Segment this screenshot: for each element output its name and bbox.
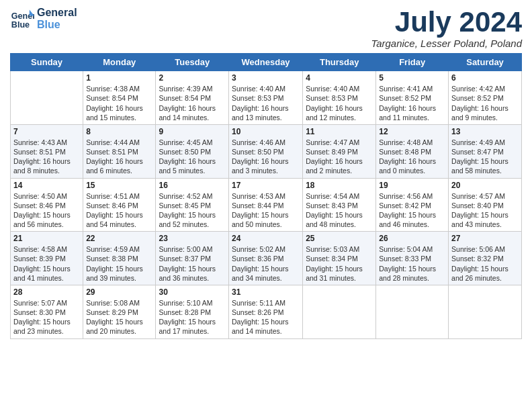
- calendar-cell: 27Sunrise: 5:06 AM Sunset: 8:32 PM Dayli…: [449, 232, 522, 285]
- day-info: Sunrise: 4:44 AM Sunset: 8:51 PM Dayligh…: [86, 138, 152, 176]
- day-info: Sunrise: 4:41 AM Sunset: 8:52 PM Dayligh…: [379, 84, 445, 122]
- day-number: 5: [379, 73, 445, 83]
- day-info: Sunrise: 5:08 AM Sunset: 8:29 PM Dayligh…: [86, 298, 152, 336]
- calendar-cell: 29Sunrise: 5:08 AM Sunset: 8:29 PM Dayli…: [83, 285, 156, 338]
- calendar-cell: 15Sunrise: 4:51 AM Sunset: 8:46 PM Dayli…: [83, 178, 156, 232]
- weekday-monday: Monday: [83, 54, 156, 71]
- day-info: Sunrise: 4:56 AM Sunset: 8:42 PM Dayligh…: [379, 191, 445, 230]
- calendar-cell: 25Sunrise: 5:03 AM Sunset: 8:34 PM Dayli…: [303, 232, 376, 285]
- calendar-cell: 14Sunrise: 4:50 AM Sunset: 8:46 PM Dayli…: [11, 178, 83, 232]
- calendar-cell: 4Sunrise: 4:40 AM Sunset: 8:53 PM Daylig…: [303, 71, 376, 125]
- calendar-cell: 5Sunrise: 4:41 AM Sunset: 8:52 PM Daylig…: [376, 71, 449, 125]
- calendar-cell: 23Sunrise: 5:00 AM Sunset: 8:37 PM Dayli…: [156, 232, 229, 285]
- calendar-cell: 17Sunrise: 4:53 AM Sunset: 8:44 PM Dayli…: [228, 178, 302, 232]
- day-info: Sunrise: 4:50 AM Sunset: 8:46 PM Dayligh…: [13, 191, 80, 230]
- calendar-cell: 19Sunrise: 4:56 AM Sunset: 8:42 PM Dayli…: [376, 178, 449, 232]
- day-number: 8: [86, 127, 152, 136]
- day-number: 22: [86, 234, 152, 243]
- day-info: Sunrise: 4:46 AM Sunset: 8:50 PM Dayligh…: [232, 138, 300, 176]
- calendar-cell: 6Sunrise: 4:42 AM Sunset: 8:52 PM Daylig…: [449, 71, 522, 125]
- day-number: 21: [13, 234, 80, 243]
- day-info: Sunrise: 4:47 AM Sunset: 8:49 PM Dayligh…: [306, 138, 373, 176]
- day-info: Sunrise: 4:58 AM Sunset: 8:39 PM Dayligh…: [13, 244, 80, 283]
- logo-text-blue: Blue: [37, 19, 77, 31]
- calendar-cell: 24Sunrise: 5:02 AM Sunset: 8:36 PM Dayli…: [228, 232, 302, 285]
- day-number: 11: [306, 127, 373, 136]
- weekday-friday: Friday: [376, 54, 449, 71]
- calendar-cell: 13Sunrise: 4:49 AM Sunset: 8:47 PM Dayli…: [449, 124, 522, 178]
- day-info: Sunrise: 4:40 AM Sunset: 8:53 PM Dayligh…: [306, 84, 373, 122]
- page-header: General Blue General Blue July 2024 Targ…: [10, 7, 522, 49]
- day-info: Sunrise: 4:38 AM Sunset: 8:54 PM Dayligh…: [86, 84, 152, 122]
- weekday-tuesday: Tuesday: [156, 54, 229, 71]
- day-info: Sunrise: 4:45 AM Sunset: 8:50 PM Dayligh…: [159, 138, 226, 176]
- day-number: 14: [13, 181, 80, 190]
- calendar-cell: 28Sunrise: 5:07 AM Sunset: 8:30 PM Dayli…: [11, 285, 83, 338]
- day-info: Sunrise: 5:02 AM Sunset: 8:36 PM Dayligh…: [232, 244, 300, 283]
- calendar-cell: 8Sunrise: 4:44 AM Sunset: 8:51 PM Daylig…: [83, 124, 156, 178]
- day-number: 7: [13, 127, 80, 136]
- day-info: Sunrise: 4:59 AM Sunset: 8:38 PM Dayligh…: [86, 244, 152, 283]
- day-info: Sunrise: 5:00 AM Sunset: 8:37 PM Dayligh…: [159, 244, 226, 283]
- day-number: 19: [379, 181, 445, 190]
- svg-text:Blue: Blue: [11, 20, 30, 30]
- day-info: Sunrise: 5:06 AM Sunset: 8:32 PM Dayligh…: [451, 244, 519, 283]
- calendar-week-1: 1Sunrise: 4:38 AM Sunset: 8:54 PM Daylig…: [11, 71, 522, 125]
- day-info: Sunrise: 4:42 AM Sunset: 8:52 PM Dayligh…: [451, 84, 519, 122]
- calendar-cell: [449, 285, 522, 338]
- day-info: Sunrise: 5:04 AM Sunset: 8:33 PM Dayligh…: [379, 244, 445, 283]
- calendar-cell: [11, 71, 83, 125]
- day-number: 27: [451, 234, 519, 243]
- weekday-wednesday: Wednesday: [228, 54, 302, 71]
- day-number: 31: [232, 287, 300, 297]
- day-number: 17: [232, 181, 300, 190]
- day-info: Sunrise: 4:57 AM Sunset: 8:40 PM Dayligh…: [451, 191, 519, 230]
- calendar-cell: 2Sunrise: 4:39 AM Sunset: 8:54 PM Daylig…: [156, 71, 229, 125]
- day-info: Sunrise: 4:43 AM Sunset: 8:51 PM Dayligh…: [13, 138, 80, 176]
- day-number: 18: [306, 181, 373, 190]
- calendar-cell: 1Sunrise: 4:38 AM Sunset: 8:54 PM Daylig…: [83, 71, 156, 125]
- weekday-saturday: Saturday: [449, 54, 522, 71]
- day-number: 20: [451, 181, 519, 190]
- day-info: Sunrise: 4:49 AM Sunset: 8:47 PM Dayligh…: [451, 138, 519, 176]
- calendar-cell: 22Sunrise: 4:59 AM Sunset: 8:38 PM Dayli…: [83, 232, 156, 285]
- calendar-cell: 7Sunrise: 4:43 AM Sunset: 8:51 PM Daylig…: [11, 124, 83, 178]
- weekday-header-row: SundayMondayTuesdayWednesdayThursdayFrid…: [11, 54, 522, 71]
- day-info: Sunrise: 4:48 AM Sunset: 8:48 PM Dayligh…: [379, 138, 445, 176]
- location: Targanice, Lesser Poland, Poland: [371, 38, 522, 49]
- calendar-cell: 3Sunrise: 4:40 AM Sunset: 8:53 PM Daylig…: [228, 71, 302, 125]
- logo: General Blue General Blue: [10, 7, 77, 31]
- day-number: 24: [232, 234, 300, 243]
- day-number: 26: [379, 234, 445, 243]
- day-number: 2: [159, 73, 226, 83]
- day-info: Sunrise: 4:51 AM Sunset: 8:46 PM Dayligh…: [86, 191, 152, 230]
- calendar-cell: 30Sunrise: 5:10 AM Sunset: 8:28 PM Dayli…: [156, 285, 229, 338]
- day-info: Sunrise: 4:53 AM Sunset: 8:44 PM Dayligh…: [232, 191, 300, 230]
- calendar-cell: 16Sunrise: 4:52 AM Sunset: 8:45 PM Dayli…: [156, 178, 229, 232]
- calendar-cell: 11Sunrise: 4:47 AM Sunset: 8:49 PM Dayli…: [303, 124, 376, 178]
- day-info: Sunrise: 5:10 AM Sunset: 8:28 PM Dayligh…: [159, 298, 226, 336]
- day-number: 30: [159, 287, 226, 297]
- calendar-table: SundayMondayTuesdayWednesdayThursdayFrid…: [10, 53, 522, 338]
- logo-icon: General Blue: [10, 7, 34, 31]
- day-number: 25: [306, 234, 373, 243]
- calendar-cell: 9Sunrise: 4:45 AM Sunset: 8:50 PM Daylig…: [156, 124, 229, 178]
- calendar-cell: [376, 285, 449, 338]
- weekday-sunday: Sunday: [11, 54, 83, 71]
- day-number: 9: [159, 127, 226, 136]
- day-number: 4: [306, 73, 373, 83]
- calendar-cell: 26Sunrise: 5:04 AM Sunset: 8:33 PM Dayli…: [376, 232, 449, 285]
- day-number: 16: [159, 181, 226, 190]
- day-info: Sunrise: 5:11 AM Sunset: 8:26 PM Dayligh…: [232, 298, 300, 336]
- calendar-cell: 21Sunrise: 4:58 AM Sunset: 8:39 PM Dayli…: [11, 232, 83, 285]
- day-number: 28: [13, 287, 80, 297]
- month-title: July 2024: [371, 7, 522, 38]
- title-area: July 2024 Targanice, Lesser Poland, Pola…: [371, 7, 522, 49]
- calendar-cell: 18Sunrise: 4:54 AM Sunset: 8:43 PM Dayli…: [303, 178, 376, 232]
- calendar-cell: 31Sunrise: 5:11 AM Sunset: 8:26 PM Dayli…: [228, 285, 302, 338]
- calendar-week-4: 21Sunrise: 4:58 AM Sunset: 8:39 PM Dayli…: [11, 232, 522, 285]
- day-number: 6: [451, 73, 519, 83]
- day-info: Sunrise: 4:54 AM Sunset: 8:43 PM Dayligh…: [306, 191, 373, 230]
- day-info: Sunrise: 5:07 AM Sunset: 8:30 PM Dayligh…: [13, 298, 80, 336]
- calendar-cell: 20Sunrise: 4:57 AM Sunset: 8:40 PM Dayli…: [449, 178, 522, 232]
